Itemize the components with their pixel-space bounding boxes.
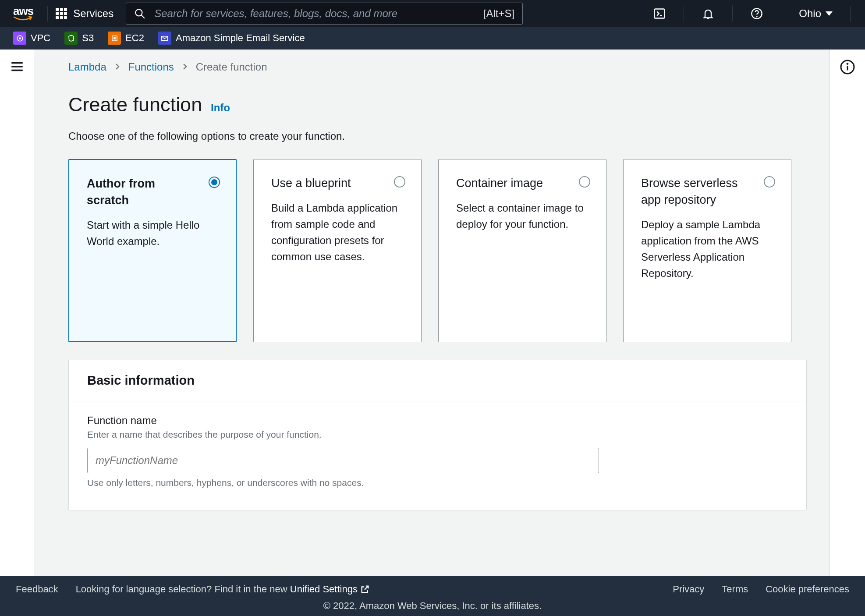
global-nav: aws Services Search for services, featur… [0, 0, 865, 27]
favorite-label: Amazon Simple Email Service [176, 32, 305, 44]
region-label: Ohio [799, 7, 821, 20]
svg-point-8 [19, 37, 21, 39]
favorite-s3[interactable]: S3 [64, 32, 94, 45]
feedback-link[interactable]: Feedback [16, 584, 58, 595]
function-name-label: Function name [87, 414, 788, 427]
caret-down-icon [826, 11, 833, 16]
panel-heading: Basic information [87, 373, 788, 388]
radio-icon [579, 176, 590, 188]
chevron-right-icon [113, 61, 121, 73]
favorites-bar: VPC S3 EC2 Amazon Simple Email Service [0, 27, 865, 50]
option-title: Use a blueprint [271, 175, 404, 192]
divider [781, 6, 781, 21]
chevron-right-icon [181, 61, 189, 73]
favorite-ec2[interactable]: EC2 [108, 32, 144, 45]
page-title: Create function [68, 93, 202, 116]
side-nav-rail [0, 50, 34, 576]
option-desc: Build a Lambda application from sample c… [271, 200, 404, 265]
breadcrumb-lambda[interactable]: Lambda [68, 61, 106, 73]
function-name-note: Use only letters, numbers, hyphens, or u… [87, 478, 788, 488]
services-grid-icon [56, 8, 67, 19]
option-title: Container image [456, 175, 588, 192]
svg-point-16 [847, 64, 848, 64]
divider [732, 6, 733, 21]
privacy-link[interactable]: Privacy [673, 584, 704, 595]
console-footer: Feedback Looking for language selection?… [0, 576, 865, 616]
svg-point-6 [757, 16, 757, 17]
s3-icon [64, 32, 78, 45]
favorite-label: EC2 [125, 32, 144, 44]
cookie-preferences-link[interactable]: Cookie preferences [766, 584, 849, 595]
favorite-vpc[interactable]: VPC [13, 32, 50, 45]
vpc-icon [13, 32, 26, 45]
option-container-image[interactable]: Container image Select a container image… [438, 159, 606, 342]
ses-icon [158, 32, 171, 45]
option-author-from-scratch[interactable]: Author from scratch Start with a simple … [68, 159, 237, 342]
global-search[interactable]: Search for services, features, blogs, do… [126, 3, 523, 25]
ec2-icon [108, 32, 121, 45]
svg-line-1 [141, 15, 145, 18]
terms-link[interactable]: Terms [722, 584, 748, 595]
breadcrumb-current: Create function [196, 61, 267, 73]
radio-icon [394, 176, 405, 188]
divider [684, 6, 684, 21]
notifications-button[interactable] [702, 7, 715, 20]
basic-information-panel: Basic information Function name Enter a … [68, 360, 807, 510]
search-icon [134, 8, 145, 19]
favorite-ses[interactable]: Amazon Simple Email Service [158, 32, 305, 45]
copyright: © 2022, Amazon Web Services, Inc. or its… [0, 600, 865, 614]
search-shortcut: [Alt+S] [483, 7, 514, 20]
open-side-nav-button[interactable] [10, 59, 25, 576]
option-title: Browse serverless app repository [641, 175, 773, 209]
favorite-label: VPC [31, 32, 50, 44]
region-selector[interactable]: Ohio [799, 7, 833, 20]
cloudshell-button[interactable] [653, 7, 666, 20]
option-serverless-repo[interactable]: Browse serverless app repository Deploy … [623, 159, 791, 342]
svg-point-0 [135, 9, 142, 16]
creation-options: Author from scratch Start with a simple … [68, 159, 807, 342]
breadcrumb: Lambda Functions Create function [68, 61, 807, 73]
services-menu[interactable]: Services [56, 7, 113, 20]
divider [850, 6, 851, 21]
page-subtitle: Choose one of the following options to c… [68, 130, 807, 142]
function-name-hint: Enter a name that describes the purpose … [87, 429, 788, 440]
language-prompt: Looking for language selection? Find it … [76, 584, 370, 595]
help-button[interactable] [750, 7, 763, 20]
unified-settings-link[interactable]: Unified Settings [290, 584, 370, 595]
svg-line-18 [365, 586, 368, 589]
services-label: Services [73, 7, 113, 20]
external-link-icon [360, 584, 370, 594]
favorite-label: S3 [82, 32, 94, 44]
function-name-input[interactable] [87, 448, 599, 473]
search-placeholder: Search for services, features, blogs, do… [154, 7, 483, 20]
option-desc: Select a container image to deploy for y… [456, 200, 588, 232]
help-panel-rail [830, 50, 865, 576]
main-content: Lambda Functions Create function Create … [34, 50, 830, 576]
option-title: Author from scratch [87, 176, 218, 209]
info-link[interactable]: Info [211, 102, 230, 113]
breadcrumb-functions[interactable]: Functions [128, 61, 174, 73]
divider [47, 6, 48, 21]
option-desc: Start with a simple Hello World example. [87, 217, 218, 249]
svg-rect-10 [113, 37, 116, 39]
aws-logo[interactable]: aws [13, 4, 33, 22]
option-desc: Deploy a sample Lambda application from … [641, 216, 773, 282]
radio-icon [209, 177, 220, 188]
option-use-blueprint[interactable]: Use a blueprint Build a Lambda applicati… [253, 159, 422, 342]
radio-icon [764, 176, 775, 188]
open-help-panel-button[interactable] [840, 59, 855, 576]
